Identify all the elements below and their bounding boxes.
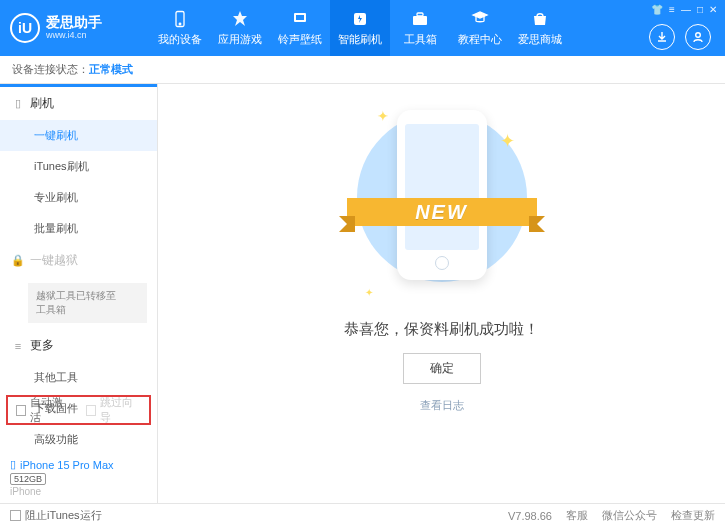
apps-icon bbox=[230, 9, 250, 29]
group-label: 刷机 bbox=[30, 95, 54, 112]
sidebar-group-more[interactable]: ≡ 更多 bbox=[0, 329, 157, 362]
app-logo: iU 爱思助手 www.i4.cn bbox=[10, 13, 150, 43]
nav-ringtone[interactable]: 铃声壁纸 bbox=[270, 0, 330, 56]
flash-icon bbox=[350, 9, 370, 29]
store-icon bbox=[530, 9, 550, 29]
device-name: iPhone 15 Pro Max bbox=[20, 459, 114, 471]
sidebar-item-itunes[interactable]: iTunes刷机 bbox=[0, 151, 157, 182]
sidebar-item-advanced[interactable]: 高级功能 bbox=[0, 424, 157, 455]
nav-label: 爱思商城 bbox=[518, 32, 562, 47]
nav-label: 应用游戏 bbox=[218, 32, 262, 47]
jailbreak-moved-note: 越狱工具已转移至 工具箱 bbox=[28, 283, 147, 323]
sidebar-group-flash[interactable]: ▯ 刷机 bbox=[0, 87, 157, 120]
menu-icon[interactable]: ≡ bbox=[669, 4, 675, 15]
skin-icon[interactable]: 👕 bbox=[651, 4, 663, 15]
ribbon-new: NEW bbox=[347, 198, 537, 226]
device-status-bar: 设备连接状态： 正常模式 bbox=[0, 56, 725, 84]
nav-store[interactable]: 爱思商城 bbox=[510, 0, 570, 56]
success-message: 恭喜您，保资料刷机成功啦！ bbox=[344, 320, 539, 339]
logo-badge: iU bbox=[10, 13, 40, 43]
nav-label: 教程中心 bbox=[458, 32, 502, 47]
svg-rect-6 bbox=[417, 13, 423, 16]
ringtone-icon bbox=[290, 9, 310, 29]
device-storage: 512GB bbox=[10, 473, 46, 485]
connected-device[interactable]: ▯ iPhone 15 Pro Max 512GB iPhone bbox=[10, 458, 114, 497]
sidebar-item-pro[interactable]: 专业刷机 bbox=[0, 182, 157, 213]
close-icon[interactable]: ✕ bbox=[709, 4, 717, 15]
view-log-link[interactable]: 查看日志 bbox=[420, 398, 464, 413]
device-icon bbox=[170, 9, 190, 29]
nav-my-device[interactable]: 我的设备 bbox=[150, 0, 210, 56]
nav-label: 智能刷机 bbox=[338, 32, 382, 47]
brand-name: 爱思助手 bbox=[46, 15, 102, 30]
group-label: 一键越狱 bbox=[30, 252, 78, 269]
version-label: V7.98.66 bbox=[508, 510, 552, 522]
group-label: 更多 bbox=[30, 337, 54, 354]
footer-support[interactable]: 客服 bbox=[566, 508, 588, 523]
block-itunes-checkbox[interactable]: 阻止iTunes运行 bbox=[10, 508, 102, 523]
status-value: 正常模式 bbox=[89, 62, 133, 77]
nav-label: 工具箱 bbox=[404, 32, 437, 47]
nav-tutorial[interactable]: 教程中心 bbox=[450, 0, 510, 56]
minimize-icon[interactable]: — bbox=[681, 4, 691, 15]
nav-label: 铃声壁纸 bbox=[278, 32, 322, 47]
sidebar-group-jailbreak: 🔒 一键越狱 bbox=[0, 244, 157, 277]
svg-point-1 bbox=[179, 23, 181, 25]
device-type: iPhone bbox=[10, 486, 114, 497]
nav-toolbox[interactable]: 工具箱 bbox=[390, 0, 450, 56]
phone-small-icon: ▯ bbox=[10, 458, 16, 471]
svg-rect-5 bbox=[413, 16, 427, 25]
download-button[interactable] bbox=[649, 24, 675, 50]
svg-rect-3 bbox=[296, 15, 304, 20]
phone-icon: ▯ bbox=[12, 98, 24, 110]
lock-icon: 🔒 bbox=[12, 255, 24, 267]
nav-label: 我的设备 bbox=[158, 32, 202, 47]
more-icon: ≡ bbox=[12, 340, 24, 352]
block-itunes-label: 阻止iTunes运行 bbox=[25, 508, 102, 523]
success-illustration: ✦ ✦ ✦ NEW bbox=[357, 102, 527, 302]
nav-flash[interactable]: 智能刷机 bbox=[330, 0, 390, 56]
ok-button[interactable]: 确定 bbox=[403, 353, 481, 384]
sidebar-item-batch[interactable]: 批量刷机 bbox=[0, 213, 157, 244]
status-label: 设备连接状态： bbox=[12, 62, 89, 77]
activation-options: 自动激活 跳过向导 bbox=[6, 395, 151, 425]
svg-point-7 bbox=[696, 33, 701, 38]
tutorial-icon bbox=[470, 9, 490, 29]
brand-url: www.i4.cn bbox=[46, 31, 102, 41]
user-button[interactable] bbox=[685, 24, 711, 50]
footer-wechat[interactable]: 微信公众号 bbox=[602, 508, 657, 523]
toolbox-icon bbox=[410, 9, 430, 29]
checkbox-auto-activate[interactable]: 自动激活 bbox=[16, 395, 72, 425]
nav-apps[interactable]: 应用游戏 bbox=[210, 0, 270, 56]
sidebar-item-oneclick[interactable]: 一键刷机 bbox=[0, 120, 157, 151]
maximize-icon[interactable]: □ bbox=[697, 4, 703, 15]
sidebar-item-other[interactable]: 其他工具 bbox=[0, 362, 157, 393]
checkbox-skip-setup: 跳过向导 bbox=[86, 395, 142, 425]
footer-update[interactable]: 检查更新 bbox=[671, 508, 715, 523]
